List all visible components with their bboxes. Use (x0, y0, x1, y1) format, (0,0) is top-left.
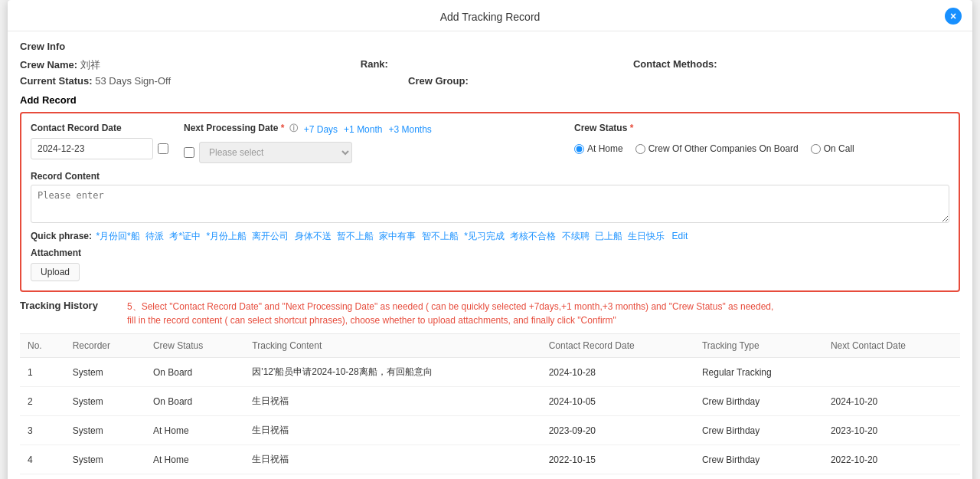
crew-info-title: Crew Info (20, 41, 960, 52)
cell-tracking-content: 因'12'船员申请2024-10-28离船，有回船意向 (244, 358, 541, 387)
contact-date-input[interactable] (31, 138, 153, 159)
edit-phrases-link[interactable]: Edit (672, 231, 688, 241)
status-at-home[interactable]: At Home (574, 143, 623, 154)
cell-crew-status: At Home (145, 416, 244, 445)
phrase-9[interactable]: 智不上船 (422, 231, 459, 241)
phrase-11[interactable]: 考核不合格 (510, 231, 556, 241)
tracking-table: No. Recorder Crew Status Tracking Conten… (20, 333, 960, 474)
status-at-home-radio[interactable] (574, 144, 584, 154)
current-status-label: Current Status: (20, 75, 93, 87)
col-recorder: Recorder (65, 334, 145, 358)
next-date-header: Next Processing Date * ⓘ +7 Days +1 Mont… (184, 123, 559, 136)
contact-methods-label: Contact Methods: (633, 58, 717, 70)
next-date-label: Next Processing Date * ⓘ (184, 123, 298, 134)
phrase-4[interactable]: *月份上船 (206, 231, 247, 241)
phrase-2[interactable]: 待派 (145, 231, 164, 241)
col-crew-status: Crew Status (145, 334, 244, 358)
quick-3months-btn[interactable]: +3 Months (388, 124, 431, 135)
next-date-input-wrapper: Please select (184, 142, 559, 163)
quick-7days-btn[interactable]: +7 Days (304, 124, 338, 135)
cell-recorder: System (65, 387, 145, 416)
cell-next-contact-date: 2024-10-20 (823, 387, 960, 416)
rank-field: Rank: (361, 58, 388, 72)
cell-contact-record-date: 2024-10-05 (541, 387, 694, 416)
status-crew-other[interactable]: Crew Of Other Companies On Board (635, 143, 799, 154)
status-crew-other-label: Crew Of Other Companies On Board (648, 143, 799, 154)
attachment-label: Attachment (31, 248, 949, 258)
next-date-group: Next Processing Date * ⓘ +7 Days +1 Mont… (184, 123, 559, 163)
phrase-3[interactable]: 考*证中 (169, 231, 201, 241)
cell-no: 1 (20, 358, 65, 387)
current-status-field: Current Status: 53 Days Sign-Off (20, 75, 171, 87)
contact-date-wrapper (31, 138, 168, 159)
status-on-call-label: On Call (824, 143, 854, 154)
cell-next-contact-date (823, 358, 960, 387)
record-box: Contact Record Date Next Processing Date… (20, 112, 960, 292)
col-next-contact-date: Next Contact Date (823, 334, 960, 358)
cell-recorder: System (65, 358, 145, 387)
phrase-1[interactable]: *月份回*船 (96, 231, 139, 241)
cell-tracking-content: 生日祝福 (244, 416, 541, 445)
cell-crew-status: At Home (145, 445, 244, 474)
crew-group-label: Crew Group: (408, 75, 469, 87)
table-row: 1 System On Board 因'12'船员申请2024-10-28离船，… (20, 358, 960, 387)
next-date-checkbox[interactable] (184, 147, 194, 158)
cell-tracking-content: 生日祝福 (244, 445, 541, 474)
quick-1month-btn[interactable]: +1 Month (344, 124, 382, 135)
crew-group-field: Crew Group: (408, 75, 469, 87)
tracking-table-head: No. Recorder Crew Status Tracking Conten… (20, 334, 960, 358)
col-contact-record-date: Contact Record Date (541, 334, 694, 358)
phrase-10[interactable]: *见习完成 (464, 231, 505, 241)
cell-tracking-type: Crew Birthday (694, 416, 823, 445)
crew-status-group: Crew Status * At Home Crew Of Other Comp… (574, 123, 949, 159)
tracking-header-row: Tracking History 5、Select "Contact Recor… (20, 300, 960, 327)
phrase-13[interactable]: 已上船 (595, 231, 622, 241)
tracking-hint-line2: fill in the record content ( can select … (127, 313, 773, 327)
table-row: 4 System At Home 生日祝福 2022-10-15 Crew Bi… (20, 445, 960, 474)
cell-tracking-type: Crew Birthday (694, 445, 823, 474)
table-row: 2 System On Board 生日祝福 2024-10-05 Crew B… (20, 387, 960, 416)
cell-contact-record-date: 2022-10-15 (541, 445, 694, 474)
crew-name-value: 刘祥 (80, 59, 100, 71)
cell-crew-status: On Board (145, 387, 244, 416)
status-crew-other-radio[interactable] (635, 144, 645, 154)
phrase-5[interactable]: 离开公司 (252, 231, 289, 241)
tracking-hint: 5、Select "Contact Record Date" and "Next… (127, 300, 773, 327)
upload-button[interactable]: Upload (31, 263, 80, 281)
cell-recorder: System (65, 416, 145, 445)
phrase-8[interactable]: 家中有事 (379, 231, 416, 241)
modal-body: Crew Info Crew Name: 刘祥 Rank: Contact Me… (8, 31, 972, 479)
contact-date-checkbox[interactable] (158, 143, 168, 154)
status-on-call-radio[interactable] (811, 144, 821, 154)
cell-recorder: System (65, 445, 145, 474)
phrase-12[interactable]: 不续聘 (562, 231, 590, 241)
tracking-history-title: Tracking History (20, 300, 112, 311)
col-tracking-type: Tracking Type (694, 334, 823, 358)
phrase-14[interactable]: 生日快乐 (628, 231, 665, 241)
cell-tracking-type: Regular Tracking (694, 358, 823, 387)
phrase-7[interactable]: 暂不上船 (337, 231, 374, 241)
record-content-label: Record Content (31, 171, 949, 182)
cell-contact-record-date: 2023-09-20 (541, 416, 694, 445)
crew-info-row2: Current Status: 53 Days Sign-Off Crew Gr… (20, 75, 960, 87)
record-content-textarea[interactable] (31, 185, 949, 223)
required-mark: * (281, 123, 285, 133)
crew-info-row1: Crew Name: 刘祥 Rank: Contact Methods: (20, 58, 960, 72)
status-on-call[interactable]: On Call (811, 143, 854, 154)
cell-no: 2 (20, 387, 65, 416)
cell-tracking-content: 生日祝福 (244, 387, 541, 416)
crew-status-radio-group: At Home Crew Of Other Companies On Board… (574, 138, 949, 159)
col-no: No. (20, 334, 65, 358)
next-date-select[interactable]: Please select (199, 142, 352, 163)
crew-name-label: Crew Name: (20, 59, 77, 71)
add-record-title: Add Record (20, 94, 960, 106)
cell-no: 3 (20, 416, 65, 445)
quick-phrase-label: Quick phrase: (31, 231, 92, 241)
cell-no: 4 (20, 445, 65, 474)
close-button[interactable]: × (945, 8, 962, 25)
current-status-value: 53 Days Sign-Off (95, 75, 171, 87)
cell-contact-record-date: 2024-10-28 (541, 358, 694, 387)
add-tracking-modal: Add Tracking Record × Crew Info Crew Nam… (8, 0, 972, 479)
phrase-6[interactable]: 身体不送 (295, 231, 332, 241)
table-row: 3 System At Home 生日祝福 2023-09-20 Crew Bi… (20, 416, 960, 445)
